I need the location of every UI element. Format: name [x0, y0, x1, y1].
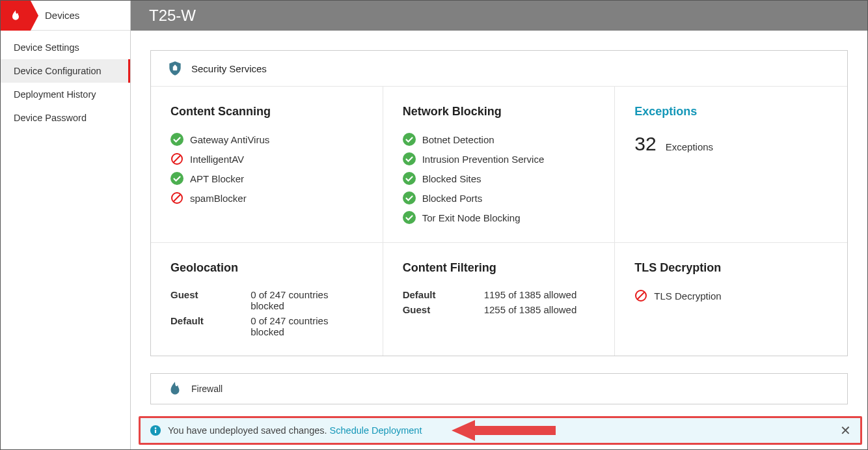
- item-label: Tor Exit Node Blocking: [422, 212, 521, 223]
- item-label: Blocked Sites: [422, 173, 481, 184]
- item-label: TLS Decryption: [654, 290, 721, 302]
- content-scanning-title: Content Scanning: [170, 105, 363, 119]
- sidebar: Devices Device Settings Device Configura…: [1, 1, 131, 449]
- check-icon: [403, 191, 416, 204]
- flame-icon: [9, 9, 22, 22]
- kv-value: 0 of 247 countries blocked: [251, 315, 363, 337]
- nav-item-device-password[interactable]: Device Password: [1, 106, 130, 130]
- firewall-header[interactable]: Firewall: [151, 374, 847, 404]
- item-label: Blocked Ports: [422, 193, 483, 204]
- security-services-panel: Security Services Content Scanning Gatew…: [150, 50, 848, 356]
- close-icon[interactable]: ✕: [840, 423, 851, 438]
- content-area: Security Services Content Scanning Gatew…: [131, 31, 867, 449]
- item-label: Intrusion Prevention Service: [422, 154, 545, 165]
- exceptions-label: Exceptions: [666, 141, 713, 152]
- check-icon: [403, 133, 416, 146]
- list-item: Blocked Sites: [403, 172, 595, 185]
- cell-tls-decryption[interactable]: TLS Decryption TLS Decryption: [615, 243, 847, 356]
- firewall-title: Firewall: [191, 384, 223, 394]
- list-item: Intrusion Prevention Service: [403, 152, 595, 165]
- cell-network-blocking[interactable]: Network Blocking Botnet Detection Intrus…: [383, 87, 616, 243]
- cell-content-scanning[interactable]: Content Scanning Gateway AntiVirus Intel…: [151, 87, 383, 243]
- kv-key: Default: [403, 289, 484, 300]
- item-label: spamBlocker: [190, 193, 247, 204]
- flame-icon: [167, 380, 183, 397]
- banner-message: You have undeployed saved changes.: [168, 425, 330, 436]
- topbar: T25-W: [131, 1, 867, 31]
- security-grid: Content Scanning Gateway AntiVirus Intel…: [151, 87, 847, 356]
- check-icon: [170, 133, 183, 146]
- schedule-deployment-link[interactable]: Schedule Deployment: [330, 425, 422, 436]
- list-item: spamBlocker: [170, 191, 363, 204]
- undeployed-changes-banner: You have undeployed saved changes. Sched…: [139, 416, 862, 445]
- check-icon: [403, 152, 416, 165]
- exceptions-count: 32: [634, 133, 656, 155]
- tls-decryption-title: TLS Decryption: [634, 261, 828, 275]
- check-icon: [403, 211, 416, 224]
- list-item: Botnet Detection: [403, 133, 595, 146]
- kv-row: Guest0 of 247 countries blocked: [170, 289, 363, 311]
- blocked-icon: [634, 289, 647, 302]
- page-title: T25-W: [149, 7, 196, 25]
- check-icon: [170, 172, 183, 185]
- list-item: Gateway AntiVirus: [170, 133, 363, 146]
- nav-list: Device Settings Device Configuration Dep…: [1, 31, 130, 130]
- cell-content-filtering[interactable]: Content Filtering Default1195 of 1385 al…: [383, 243, 616, 356]
- network-blocking-title: Network Blocking: [403, 105, 595, 119]
- list-item: TLS Decryption: [634, 289, 828, 302]
- blocked-icon: [170, 152, 183, 165]
- security-services-header[interactable]: Security Services: [151, 51, 847, 87]
- info-icon: [150, 425, 161, 436]
- item-label: APT Blocker: [190, 173, 244, 184]
- firewall-panel: Firewall: [150, 373, 848, 404]
- brand-row: Devices: [1, 1, 130, 31]
- cell-geolocation[interactable]: Geolocation Guest0 of 247 countries bloc…: [151, 243, 383, 356]
- kv-value: 1195 of 1385 allowed: [484, 289, 577, 300]
- exceptions-title: Exceptions: [634, 105, 828, 119]
- item-label: Gateway AntiVirus: [190, 134, 269, 145]
- kv-key: Guest: [403, 304, 484, 315]
- shield-icon: [167, 60, 183, 77]
- geolocation-title: Geolocation: [170, 261, 363, 275]
- content-filtering-title: Content Filtering: [403, 261, 595, 275]
- nav-item-device-settings[interactable]: Device Settings: [1, 36, 130, 59]
- list-item: IntelligentAV: [170, 152, 363, 165]
- kv-key: Guest: [170, 289, 251, 311]
- brand-flame-chevron[interactable]: [1, 1, 31, 31]
- kv-row: Guest1255 of 1385 allowed: [403, 304, 595, 315]
- blocked-icon: [170, 191, 183, 204]
- check-icon: [403, 172, 416, 185]
- kv-value: 0 of 247 countries blocked: [251, 289, 363, 311]
- cell-exceptions[interactable]: Exceptions 32 Exceptions: [615, 87, 847, 243]
- list-item: APT Blocker: [170, 172, 363, 185]
- kv-row: Default0 of 247 countries blocked: [170, 315, 363, 337]
- item-label: IntelligentAV: [190, 154, 244, 165]
- item-label: Botnet Detection: [422, 134, 495, 145]
- list-item: Blocked Ports: [403, 191, 595, 204]
- nav-item-deployment-history[interactable]: Deployment History: [1, 83, 130, 106]
- kv-row: Default1195 of 1385 allowed: [403, 289, 595, 300]
- nav-item-device-configuration[interactable]: Device Configuration: [1, 59, 130, 83]
- banner-text: You have undeployed saved changes. Sched…: [168, 425, 422, 436]
- list-item: Tor Exit Node Blocking: [403, 211, 595, 224]
- security-services-title: Security Services: [191, 63, 267, 74]
- kv-value: 1255 of 1385 allowed: [484, 304, 577, 315]
- kv-key: Default: [170, 315, 251, 337]
